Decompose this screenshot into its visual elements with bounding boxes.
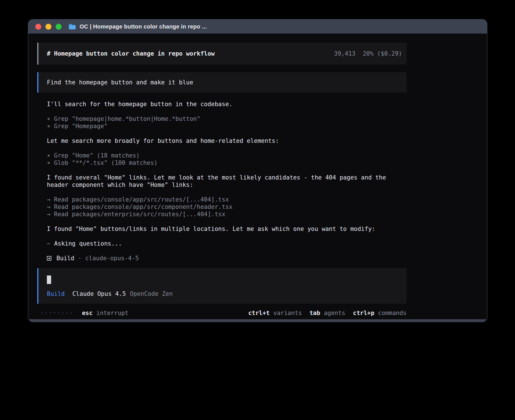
agent-separator: · bbox=[78, 255, 82, 262]
agent-build-icon bbox=[47, 256, 51, 261]
assistant-text: Let me search more broadly for buttons a… bbox=[47, 137, 407, 145]
hint-key-ctrl-t: ctrl+t bbox=[248, 309, 270, 317]
hint-label-commands: commands bbox=[378, 309, 407, 317]
agent-name: Build bbox=[56, 255, 74, 262]
context-usage: 20% ($0.29) bbox=[363, 50, 402, 57]
tool-call-line: ∗ Grep "homepage|home.*button|Home.*butt… bbox=[47, 115, 407, 123]
close-button[interactable] bbox=[35, 24, 41, 30]
hint-label-agents: agents bbox=[324, 309, 345, 317]
hint-interrupt: esc interrupt bbox=[82, 309, 128, 317]
hint-key-esc: esc bbox=[82, 309, 93, 317]
window-titlebar: OC | Homepage button color change in rep… bbox=[28, 19, 487, 34]
tool-call-line: ∗ Grep "Home" (18 matches) bbox=[47, 152, 407, 159]
footer-right: ctrl+t variants tab agents ctrl+p comman… bbox=[248, 309, 407, 317]
hint-key-ctrl-p: ctrl+p bbox=[353, 309, 374, 317]
tool-call-group: → Read packages/console/app/src/routes/[… bbox=[47, 196, 407, 218]
minimize-button[interactable] bbox=[45, 24, 51, 30]
tool-call-line: → Read packages/console/app/src/routes/[… bbox=[47, 196, 407, 203]
agent-model: claude-opus-4-5 bbox=[85, 255, 139, 262]
status-text: Asking questions... bbox=[54, 240, 122, 247]
window-title: OC | Homepage button color change in rep… bbox=[80, 23, 207, 30]
text-cursor bbox=[47, 275, 51, 284]
status-line: ~Asking questions... bbox=[47, 240, 407, 247]
tool-call-line: ∗ Grep "Homepage" bbox=[47, 123, 407, 130]
assistant-text: I found several "Home" links. Let me loo… bbox=[47, 174, 407, 189]
session-header: # Homepage button color change in repo w… bbox=[37, 43, 407, 65]
tool-call-group: ∗ Grep "homepage|home.*button|Home.*butt… bbox=[47, 115, 407, 130]
terminal-window: OC | Homepage button color change in rep… bbox=[28, 19, 487, 322]
input-mode-label: Build bbox=[47, 290, 65, 298]
user-message: Find the homepage button and make it blu… bbox=[37, 72, 407, 93]
token-count: 39,413 bbox=[334, 50, 355, 57]
zoom-button[interactable] bbox=[56, 24, 62, 30]
assistant-transcript: I'll search for the homepage button in t… bbox=[37, 100, 407, 262]
tool-call-line: ∗ Glob "**/*.tsx" (100 matches) bbox=[47, 159, 407, 167]
status-prefix: ~ bbox=[47, 240, 51, 247]
hint-key-tab: tab bbox=[309, 309, 320, 317]
traffic-lights bbox=[35, 24, 62, 30]
assistant-text: I'll search for the homepage button in t… bbox=[47, 100, 407, 108]
spinner-dots: ········ bbox=[40, 309, 73, 317]
input-provider-label: OpenCode Zen bbox=[130, 290, 173, 298]
tool-call-group: ∗ Grep "Home" (18 matches) ∗ Glob "**/*.… bbox=[47, 152, 407, 167]
prompt-input[interactable]: Build Claude Opus 4.5 OpenCode Zen bbox=[37, 268, 407, 304]
session-title: # Homepage button color change in repo w… bbox=[47, 50, 215, 57]
hint-variants: ctrl+t variants bbox=[248, 309, 302, 317]
terminal-content: # Homepage button color change in repo w… bbox=[28, 34, 487, 319]
hint-label-interrupt: interrupt bbox=[96, 309, 128, 317]
tool-call-line: → Read packages/enterprise/src/routes/[.… bbox=[47, 211, 407, 218]
session-stats: 39,413 20% ($0.29) bbox=[334, 50, 402, 57]
hint-label-variants: variants bbox=[273, 309, 302, 317]
input-statusline: Build Claude Opus 4.5 OpenCode Zen bbox=[47, 290, 402, 298]
hint-commands: ctrl+p commands bbox=[353, 309, 407, 317]
folder-icon bbox=[68, 23, 76, 30]
input-model-label: Claude Opus 4.5 bbox=[72, 290, 126, 298]
agent-indicator: Build · claude-opus-4-5 bbox=[47, 255, 407, 262]
hint-agents: tab agents bbox=[309, 309, 345, 317]
status-footer: ········ esc interrupt ctrl+t variants t… bbox=[37, 309, 407, 317]
assistant-text: I found "Home" buttons/links in multiple… bbox=[47, 225, 407, 233]
tool-call-line: → Read packages/console/app/src/componen… bbox=[47, 203, 407, 211]
user-message-text: Find the homepage button and make it blu… bbox=[47, 79, 193, 86]
footer-left: ········ esc interrupt bbox=[40, 309, 128, 317]
